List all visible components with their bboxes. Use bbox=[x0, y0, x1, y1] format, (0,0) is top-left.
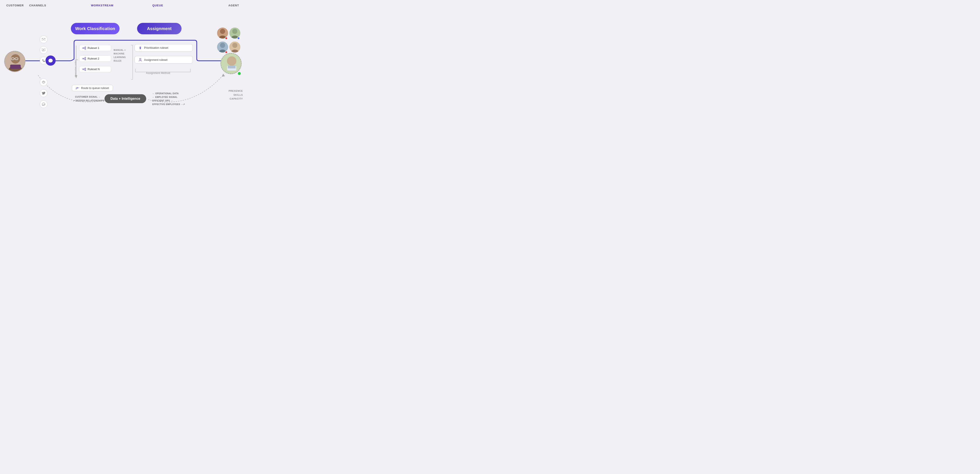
assignment-method-label: Assignment Method bbox=[146, 72, 170, 75]
work-classification-button[interactable]: Work Classification bbox=[71, 23, 119, 34]
svg-point-39 bbox=[85, 68, 86, 69]
svg-line-36 bbox=[84, 58, 85, 59]
effective-employees-label: EFFECTIVE EMPLOYEES →↗ bbox=[152, 103, 185, 105]
svg-line-22 bbox=[42, 82, 44, 82]
svg-rect-17 bbox=[42, 48, 45, 51]
ruleset-n[interactable]: Ruleset N bbox=[80, 66, 111, 72]
svg-point-10 bbox=[11, 54, 20, 64]
svg-point-33 bbox=[83, 58, 84, 59]
status-dot-green-main bbox=[237, 72, 241, 75]
prioritisation-ruleset[interactable]: Prioritisation ruleset bbox=[135, 44, 193, 51]
customer-avatar bbox=[4, 51, 25, 72]
email-channel-icon[interactable] bbox=[40, 35, 48, 43]
agent-avatar-4 bbox=[229, 41, 240, 53]
chat-routing-icon bbox=[46, 56, 56, 65]
header-agent: AGENT bbox=[228, 4, 239, 7]
main-agent-avatar bbox=[220, 53, 242, 74]
svg-point-38 bbox=[83, 69, 84, 70]
ruleset-2[interactable]: Ruleset 2 bbox=[80, 56, 111, 62]
operational-data-label: ← OPERATIONAL DATA bbox=[152, 93, 179, 95]
header-workstream: WORKSTREAM bbox=[91, 4, 113, 7]
assignment-button[interactable]: Assignment bbox=[137, 23, 181, 34]
svg-point-54 bbox=[220, 43, 225, 48]
svg-line-32 bbox=[84, 48, 85, 49]
messenger-channel-icon[interactable] bbox=[40, 101, 48, 108]
employee-signal-label: ← EMPLOYEE SIGNAL bbox=[152, 96, 178, 98]
svg-point-58 bbox=[227, 56, 236, 65]
svg-marker-3 bbox=[222, 74, 225, 77]
cube-channel-icon[interactable] bbox=[40, 78, 48, 86]
header-customer: CUSTOMER bbox=[6, 4, 24, 7]
assignment-ruleset[interactable]: Assignment ruleset bbox=[135, 56, 193, 64]
efficient-ops-label: EFFICIENT OPS → bbox=[152, 99, 173, 102]
svg-point-34 bbox=[85, 57, 86, 58]
svg-point-28 bbox=[83, 48, 84, 48]
header-channels: CHANNELS bbox=[29, 4, 46, 7]
svg-point-40 bbox=[85, 69, 86, 70]
svg-point-35 bbox=[85, 59, 86, 60]
diagram-container: CUSTOMER CHANNELS WORKSTREAM QUEUE AGENT bbox=[0, 0, 245, 119]
svg-point-50 bbox=[220, 29, 225, 34]
svg-point-49 bbox=[140, 59, 141, 60]
svg-line-37 bbox=[84, 59, 85, 59]
svg-marker-47 bbox=[140, 48, 141, 49]
status-dot-red-1 bbox=[225, 37, 228, 40]
header-queue: QUEUE bbox=[152, 4, 163, 7]
route-to-queue-box[interactable]: Route to queue ruleset bbox=[72, 85, 113, 91]
svg-point-52 bbox=[232, 29, 237, 34]
twitter-channel-icon[interactable] bbox=[40, 89, 48, 97]
deeper-relationships-label: ↗ DEEPER RELATIONSHIPS bbox=[73, 99, 104, 102]
presence-skills-capacity: PRESENCE SKILLS CAPACITY bbox=[229, 89, 243, 101]
svg-line-41 bbox=[84, 69, 85, 69]
ml-rules-label: MANUAL +MACHINELEARNINGRULES bbox=[114, 48, 126, 63]
sms-channel-icon[interactable] bbox=[40, 46, 48, 54]
svg-rect-15 bbox=[10, 65, 21, 69]
svg-line-42 bbox=[84, 69, 85, 70]
svg-line-23 bbox=[44, 82, 45, 82]
svg-rect-60 bbox=[228, 65, 235, 69]
execution-order-arrow: Execution order bbox=[75, 46, 78, 78]
svg-marker-48 bbox=[140, 46, 141, 47]
svg-line-31 bbox=[84, 48, 85, 48]
svg-text:Execution order: Execution order bbox=[75, 59, 78, 61]
status-dot-red-2 bbox=[225, 51, 228, 54]
svg-point-57 bbox=[231, 49, 239, 53]
svg-point-56 bbox=[232, 43, 237, 48]
data-intelligence-pill[interactable]: Data + Intelligence bbox=[105, 94, 146, 103]
ruleset-1[interactable]: Ruleset 1 bbox=[80, 45, 111, 51]
customer-signal-label: CUSTOMER SIGNAL → bbox=[75, 96, 100, 98]
status-dot-blue-1 bbox=[237, 37, 240, 40]
svg-marker-26 bbox=[75, 75, 77, 78]
svg-point-30 bbox=[85, 48, 86, 49]
svg-point-29 bbox=[85, 46, 86, 48]
